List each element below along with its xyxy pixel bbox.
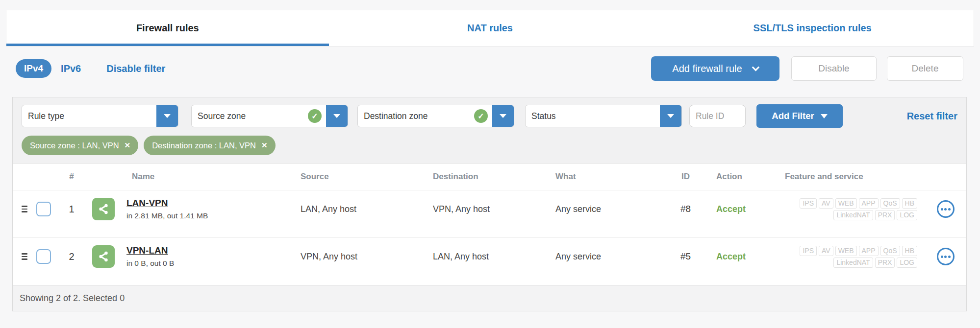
ellipsis-menu-icon[interactable]: [937, 200, 955, 218]
active-filter-chips: Source zone : LAN, VPN ✕ Destination zon…: [22, 136, 957, 155]
table-row: 2 VPN-LAN in 0 B, out 0 B VPN, Any host …: [13, 237, 966, 285]
source-zone-dropdown[interactable]: Source zone ✓: [191, 105, 348, 127]
triangle-down-icon: [821, 114, 828, 118]
row-number: 1: [57, 204, 86, 215]
firewall-rules-table: # Name Source Destination What ID Action…: [12, 163, 967, 311]
ipv4-toggle[interactable]: IPv4: [16, 59, 51, 78]
tab-ssl-tls-inspection-rules[interactable]: SSL/TLS inspection rules: [651, 10, 974, 46]
rule-destination: LAN, Any host: [427, 252, 550, 262]
add-filter-label: Add Filter: [772, 111, 814, 121]
add-firewall-rule-button[interactable]: Add firewall rule: [651, 56, 779, 81]
header-number: #: [57, 172, 86, 182]
badge-prx: PRX: [875, 258, 895, 268]
rule-type-label: Rule type: [22, 105, 156, 127]
rule-name-link[interactable]: VPN-LAN: [126, 245, 174, 256]
badge-ips: IPS: [800, 198, 817, 209]
toolbar: IPv4 IPv6 Disable filter Add firewall ru…: [16, 56, 963, 81]
ellipsis-menu-icon[interactable]: [937, 248, 955, 265]
filter-chip-label: Destination zone : LAN, VPN: [152, 141, 256, 150]
drag-handle-icon[interactable]: [13, 206, 30, 212]
dropdown-caret-icon[interactable]: [156, 105, 178, 127]
status-dropdown[interactable]: Status: [525, 105, 682, 127]
source-zone-label: Source zone: [192, 105, 308, 127]
rule-name-link[interactable]: LAN-VPN: [126, 198, 208, 209]
status-label: Status: [526, 105, 660, 127]
badge-app: APP: [859, 198, 879, 209]
badge-linkednat: LinkedNAT: [833, 258, 873, 268]
badge-app: APP: [859, 246, 879, 256]
badge-hb: HB: [902, 246, 917, 256]
header-action: Action: [704, 172, 780, 182]
badge-ips: IPS: [800, 246, 817, 256]
tab-firewall-rules[interactable]: Firewall rules: [6, 10, 329, 46]
add-filter-button[interactable]: Add Filter: [756, 104, 843, 128]
rule-id: #8: [667, 204, 704, 214]
badge-log: LOG: [897, 258, 917, 268]
filter-panel: Rule type Source zone ✓ Destination zone…: [12, 97, 967, 163]
header-source: Source: [295, 172, 427, 182]
filter-chip-destination-zone[interactable]: Destination zone : LAN, VPN ✕: [144, 136, 275, 155]
delete-button[interactable]: Delete: [887, 56, 963, 81]
tab-bar: Firewall rules NAT rules SSL/TLS inspect…: [6, 10, 974, 47]
rule-source: VPN, Any host: [295, 252, 427, 262]
header-feature-and-service: Feature and service: [780, 172, 925, 182]
badge-av: AV: [819, 198, 833, 209]
row-checkbox[interactable]: [36, 202, 51, 216]
row-checkbox[interactable]: [36, 249, 51, 264]
feature-badges: IPS AV WEB APP QoS HB LinkedNAT PRX LOG: [780, 198, 925, 220]
rule-type-dropdown[interactable]: Rule type: [22, 105, 178, 127]
disable-button[interactable]: Disable: [791, 56, 877, 81]
badge-qos: QoS: [880, 198, 900, 209]
check-circle-icon: ✓: [308, 109, 322, 123]
rule-id-input[interactable]: [689, 105, 746, 127]
table-header-row: # Name Source Destination What ID Action…: [13, 164, 966, 190]
rule-what: Any service: [550, 252, 667, 262]
badge-prx: PRX: [875, 210, 895, 220]
header-id: ID: [667, 172, 704, 182]
feature-badges: IPS AV WEB APP QoS HB LinkedNAT PRX LOG: [780, 246, 925, 268]
header-name: Name: [86, 172, 295, 182]
filter-row: Rule type Source zone ✓ Destination zone…: [22, 104, 957, 128]
badge-linkednat: LinkedNAT: [833, 210, 873, 220]
row-number: 2: [57, 251, 86, 262]
rule-source: LAN, Any host: [295, 204, 427, 214]
drag-handle-icon[interactable]: [13, 253, 30, 260]
dropdown-caret-icon[interactable]: [492, 105, 514, 127]
badge-hb: HB: [902, 198, 917, 209]
header-what: What: [550, 172, 667, 182]
rule-what: Any service: [550, 204, 667, 214]
table-footer-status: Showing 2 of 2. Selected 0: [13, 285, 966, 311]
close-icon[interactable]: ✕: [125, 141, 131, 150]
rule-traffic: in 0 B, out 0 B: [126, 259, 174, 268]
badge-log: LOG: [897, 210, 917, 220]
table-row: 1 LAN-VPN in 2.81 MB, out 1.41 MB LAN, A…: [13, 190, 966, 237]
close-icon[interactable]: ✕: [261, 141, 268, 150]
badge-web: WEB: [835, 246, 857, 256]
rule-traffic: in 2.81 MB, out 1.41 MB: [126, 211, 208, 220]
rule-destination: VPN, Any host: [427, 204, 550, 214]
dropdown-caret-icon[interactable]: [660, 105, 681, 127]
rule-id: #5: [667, 251, 704, 262]
add-firewall-rule-label: Add firewall rule: [672, 63, 742, 74]
destination-zone-dropdown[interactable]: Destination zone ✓: [357, 105, 514, 127]
destination-zone-label: Destination zone: [358, 105, 474, 127]
check-circle-icon: ✓: [474, 109, 488, 123]
reset-filter-link[interactable]: Reset filter: [907, 111, 957, 122]
share-icon: [92, 198, 115, 220]
badge-av: AV: [819, 246, 833, 256]
rule-action: Accept: [704, 204, 780, 214]
tab-nat-rules[interactable]: NAT rules: [329, 10, 652, 46]
chevron-down-icon: [752, 63, 759, 71]
disable-filter-link[interactable]: Disable filter: [106, 63, 165, 74]
dropdown-caret-icon[interactable]: [326, 105, 348, 127]
badge-web: WEB: [835, 198, 857, 209]
ipv6-toggle[interactable]: IPv6: [61, 63, 81, 74]
rule-action: Accept: [704, 252, 780, 262]
filter-chip-source-zone[interactable]: Source zone : LAN, VPN ✕: [22, 136, 138, 155]
share-icon: [92, 245, 115, 268]
header-destination: Destination: [427, 172, 550, 182]
badge-qos: QoS: [880, 246, 900, 256]
filter-chip-label: Source zone : LAN, VPN: [30, 141, 119, 150]
